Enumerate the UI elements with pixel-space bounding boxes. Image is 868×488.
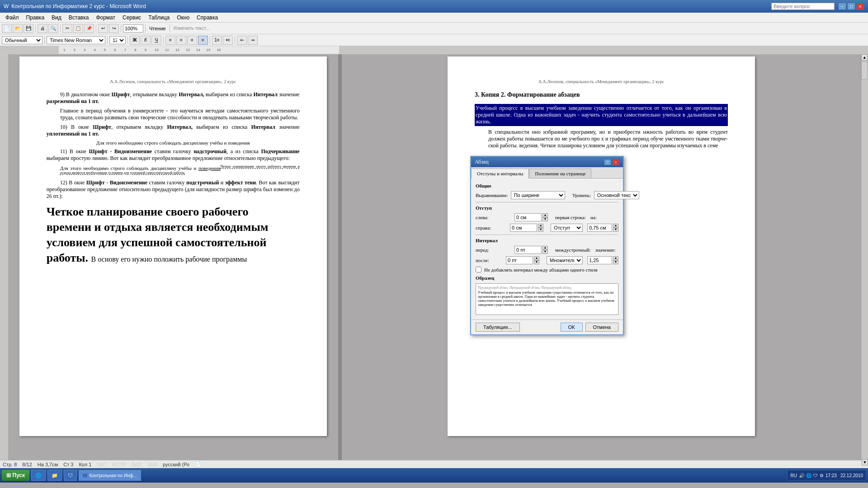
undo-button[interactable]: ↩ xyxy=(98,24,108,33)
value-down[interactable]: ▼ xyxy=(613,260,618,264)
ok-button[interactable]: ОК xyxy=(561,323,583,332)
dialog-help-button[interactable]: ? xyxy=(604,159,611,165)
cut-button[interactable]: ✂ xyxy=(62,24,72,33)
indent-left-down[interactable]: ▼ xyxy=(542,217,548,221)
copy-button[interactable]: 📋 xyxy=(73,24,83,33)
print-button[interactable]: 🖨 xyxy=(38,24,47,33)
line-spacing-select[interactable]: Множитель Одинарный Полуторный Двойной xyxy=(547,256,583,264)
numbering-button[interactable]: 1≡ xyxy=(212,36,222,45)
reading-mode[interactable]: Чтение xyxy=(147,26,168,31)
font-size-select[interactable]: 12 xyxy=(109,36,126,44)
menu-window[interactable]: Окно xyxy=(173,14,193,22)
italic-button[interactable]: К xyxy=(141,36,151,45)
maximize-button[interactable]: □ xyxy=(847,3,855,10)
redo-button[interactable]: ↪ xyxy=(109,24,119,33)
taskbar-kaspersky[interactable]: 🛡 xyxy=(64,470,77,481)
align-justify-button[interactable]: ≡ xyxy=(198,36,208,45)
search-box[interactable] xyxy=(771,3,835,10)
increase-indent-button[interactable]: ⇒ xyxy=(248,36,258,45)
line-spacing-label: междустрочный: xyxy=(555,247,591,253)
taskbar-word[interactable]: W Контрольная по Инф... xyxy=(79,470,141,481)
menu-insert[interactable]: Вставка xyxy=(65,14,93,22)
cancel-button[interactable]: Отмена xyxy=(585,323,618,332)
alignment-select[interactable]: По ширине По левому краю По правому краю… xyxy=(511,191,565,199)
style-select[interactable]: Обычный xyxy=(2,36,42,44)
right-page-column[interactable]: А.А.Лесихов, специальность «Менеджмент о… xyxy=(342,54,861,460)
before-spinner[interactable]: ▲ ▼ xyxy=(542,246,548,254)
indent-right-down[interactable]: ▼ xyxy=(538,228,543,232)
taskbar: ⊞ Пуск 🌐 📁 🛡 W Контрольная по Инф... RU … xyxy=(0,468,868,483)
document-area[interactable]: А.А.Лесихов, специальность «Менеджмент о… xyxy=(8,54,861,460)
save-button[interactable]: 💾 xyxy=(24,24,33,33)
menu-format[interactable]: Формат xyxy=(92,14,119,22)
taskbar-ie[interactable]: 🌐 xyxy=(31,470,46,481)
indent-right-input[interactable] xyxy=(510,224,537,232)
align-left-button[interactable]: ≡ xyxy=(165,36,175,45)
tab-button[interactable]: Табуляция... xyxy=(476,323,520,332)
menu-edit[interactable]: Правка xyxy=(23,14,48,22)
after-label: после: xyxy=(476,258,503,263)
indent-right-spinner[interactable]: ▲ ▼ xyxy=(538,224,543,232)
title-bar-controls: − □ × xyxy=(838,3,864,10)
scroll-down[interactable]: ▼ xyxy=(862,459,868,465)
right-scrollbar[interactable]: ▲ ▼ xyxy=(861,54,868,460)
underline-button[interactable]: Ч xyxy=(151,36,161,45)
after-spinner[interactable]: ▲ ▼ xyxy=(534,256,539,264)
after-up[interactable]: ▲ xyxy=(534,256,539,260)
menu-file[interactable]: Файл xyxy=(2,14,23,22)
zoom-input[interactable] xyxy=(123,24,143,33)
system-tray: RU 🔊 🌐 🛡 ⚙ 17:23 22.12.2010 xyxy=(787,470,866,481)
menu-view[interactable]: Вид xyxy=(48,14,65,22)
tab-page-position[interactable]: Положение на странице xyxy=(529,169,591,178)
close-button[interactable]: × xyxy=(856,3,864,10)
paragraph-dialog[interactable]: Абзац ? × Отступы и интервалы Положение … xyxy=(470,156,624,335)
bold-button[interactable]: Ж xyxy=(130,36,140,45)
indent-left-input[interactable] xyxy=(514,213,542,221)
before-down[interactable]: ▼ xyxy=(542,250,548,254)
menu-help[interactable]: Справка xyxy=(193,14,222,22)
after-down[interactable]: ▼ xyxy=(534,260,539,264)
menu-table[interactable]: Таблица xyxy=(145,14,173,22)
open-button[interactable]: 📂 xyxy=(13,24,23,33)
first-line-size-down[interactable]: ▼ xyxy=(613,228,618,232)
align-center-button[interactable]: ≡ xyxy=(176,36,186,45)
taskbar-explorer[interactable]: 📁 xyxy=(47,470,62,481)
indent-left-up[interactable]: ▲ xyxy=(542,213,548,217)
new-button[interactable]: 📄 xyxy=(2,24,12,33)
after-input[interactable] xyxy=(506,256,533,264)
left-page-column[interactable]: А.А.Лесихов, специальность «Менеджмент о… xyxy=(8,54,338,460)
para-main1: Главное в период обучения в университете… xyxy=(60,108,300,121)
indent-right-up[interactable]: ▲ xyxy=(538,224,543,228)
menu-service[interactable]: Сервис xyxy=(119,14,145,22)
indent-left-spinner[interactable]: ▲ ▼ xyxy=(542,213,548,221)
first-line-size-up[interactable]: ▲ xyxy=(613,224,618,228)
page-num: Стр. 8 xyxy=(3,462,17,467)
kaspersky-icon: 🛡 xyxy=(68,473,73,478)
decrease-indent-button[interactable]: ⇐ xyxy=(237,36,247,45)
no-interval-checkbox[interactable] xyxy=(476,267,481,272)
value-spinner[interactable]: ▲ ▼ xyxy=(613,256,618,264)
start-button[interactable]: ⊞ Пуск xyxy=(2,470,29,481)
first-line-size-input[interactable] xyxy=(587,224,612,232)
toolbar-sep2 xyxy=(60,24,61,33)
bullets-button[interactable]: •≡ xyxy=(223,36,233,45)
scroll-thumb[interactable] xyxy=(861,61,868,80)
tab-indent-spacing[interactable]: Отступы и интервалы xyxy=(471,169,529,178)
font-select[interactable]: Times New Roman xyxy=(47,36,105,44)
dialog-close-button[interactable]: × xyxy=(612,159,619,165)
first-line-select[interactable]: Отступ (нет) Выступ xyxy=(551,224,583,232)
value-up[interactable]: ▲ xyxy=(613,256,618,260)
alignment-row: Выравнивание: По ширине По левому краю П… xyxy=(476,191,618,199)
minimize-button[interactable]: − xyxy=(838,3,846,10)
value-input[interactable] xyxy=(587,256,612,264)
level-select[interactable]: Основной текст xyxy=(594,191,639,199)
indent-section-title: Отступ xyxy=(476,205,618,211)
paste-button[interactable]: 📌 xyxy=(84,24,94,33)
first-line-size-spinner[interactable]: ▲ ▼ xyxy=(613,224,618,232)
before-up[interactable]: ▲ xyxy=(542,246,548,250)
print-preview-button[interactable]: 🔍 xyxy=(48,24,58,33)
scroll-up[interactable]: ▲ xyxy=(861,54,868,61)
before-input[interactable] xyxy=(514,246,542,254)
page-divider[interactable] xyxy=(338,54,342,460)
align-right-button[interactable]: ≡ xyxy=(187,36,197,45)
